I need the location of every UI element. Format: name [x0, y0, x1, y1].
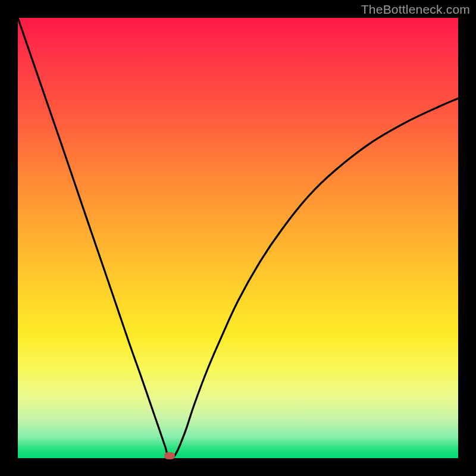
chart-frame: TheBottleneck.com: [0, 0, 476, 476]
bottleneck-curve: [18, 18, 458, 457]
curve-svg: [18, 18, 458, 458]
watermark-text: TheBottleneck.com: [361, 2, 470, 17]
plot-area: [18, 18, 458, 458]
optimum-marker: [164, 452, 175, 459]
